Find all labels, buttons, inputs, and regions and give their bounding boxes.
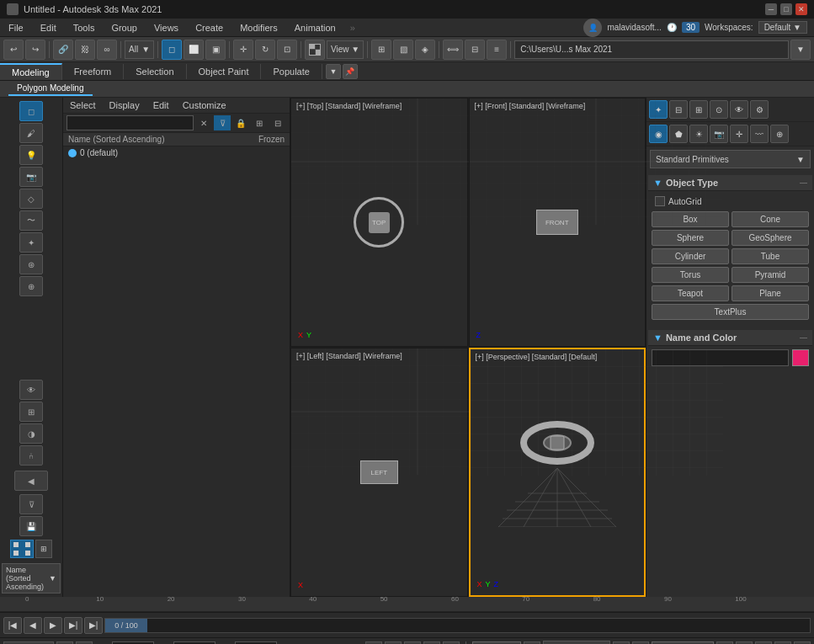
sidebar-eye-icon[interactable]: 👁 bbox=[19, 380, 43, 400]
notification-badge[interactable]: 30 bbox=[682, 22, 700, 33]
menu-views[interactable]: Views bbox=[146, 21, 187, 35]
obj-btn-cone[interactable]: Cone bbox=[732, 211, 809, 227]
menu-edit[interactable]: Edit bbox=[32, 21, 65, 35]
z-input[interactable] bbox=[235, 641, 277, 645]
explorer-search-input[interactable] bbox=[67, 115, 194, 130]
explorer-lock-btn[interactable]: 🔒 bbox=[232, 115, 249, 130]
timeline-slider[interactable]: 0 / 100 bbox=[105, 619, 147, 632]
panel-spacewarps-icon[interactable]: 〰 bbox=[750, 125, 769, 143]
obj-btn-textplus[interactable]: TextPlus bbox=[652, 304, 809, 320]
path-expand-button[interactable]: ▼ bbox=[790, 40, 811, 60]
move-button[interactable]: ✛ bbox=[233, 40, 253, 60]
sidebar-camera-icon[interactable]: 📷 bbox=[19, 167, 43, 187]
anim-lock-btn[interactable]: 🔒 bbox=[56, 641, 73, 645]
anim-more-btn[interactable]: ⊕ bbox=[794, 641, 811, 645]
set-key-icon[interactable]: 🔑 bbox=[524, 641, 540, 645]
name-color-header[interactable]: ▼ Name and Color — bbox=[648, 330, 812, 346]
workspace-dropdown[interactable]: Default ▼ bbox=[758, 21, 807, 34]
obj-btn-cylinder[interactable]: Cylinder bbox=[652, 248, 729, 264]
color-swatch[interactable] bbox=[792, 349, 809, 366]
y-input[interactable] bbox=[173, 641, 215, 645]
close-button[interactable]: ✕ bbox=[795, 3, 807, 15]
key-filter-search[interactable]: 🔍 bbox=[613, 641, 630, 645]
mirror-button[interactable]: ⟺ bbox=[443, 40, 463, 60]
minimize-button[interactable]: ─ bbox=[765, 3, 777, 15]
sidebar-save-icon[interactable]: 💾 bbox=[19, 516, 43, 536]
timeline-next-button[interactable]: ▶| bbox=[64, 617, 82, 634]
anim-play-btn[interactable]: ▶ bbox=[404, 641, 421, 645]
undo-button[interactable]: ↩ bbox=[3, 40, 24, 60]
sidebar-system-icon[interactable]: ⊕ bbox=[19, 276, 43, 296]
tab-pin-button[interactable]: 📌 bbox=[343, 64, 358, 79]
timeline-end-button[interactable]: ▶| bbox=[84, 617, 103, 634]
render-setup-button[interactable]: ⊞ bbox=[371, 40, 391, 60]
obj-btn-torus[interactable]: Torus bbox=[652, 267, 729, 283]
filter-dropdown[interactable]: All ▼ bbox=[125, 40, 154, 59]
sidebar-space-warp-icon[interactable]: ⊛ bbox=[19, 254, 43, 274]
explorer-clear-search[interactable]: ✕ bbox=[195, 115, 212, 130]
select-region-button[interactable]: ⬜ bbox=[184, 40, 204, 60]
key-prev-btn[interactable]: ◀ bbox=[716, 641, 733, 645]
link-button[interactable]: 🔗 bbox=[53, 40, 73, 60]
sidebar-filter-icon[interactable]: ⊽ bbox=[19, 494, 43, 514]
sidebar-paint-icon[interactable]: 🖌 bbox=[19, 123, 43, 143]
key-next-btn[interactable]: ▶ bbox=[736, 641, 753, 645]
tab-menu-button[interactable]: ▼ bbox=[326, 64, 341, 79]
explorer-menu-customize[interactable]: Customize bbox=[176, 98, 233, 113]
viewport-button[interactable] bbox=[305, 40, 325, 60]
select-button[interactable]: ◻ bbox=[162, 40, 182, 60]
tab-modeling[interactable]: Modeling bbox=[0, 63, 62, 80]
align-button[interactable]: ⊟ bbox=[465, 40, 485, 60]
quick-render-button[interactable]: ◈ bbox=[415, 40, 435, 60]
obj-btn-pyramid[interactable]: Pyramid bbox=[732, 267, 809, 283]
obj-btn-plane[interactable]: Plane bbox=[732, 285, 809, 301]
sidebar-wireframe-icon[interactable]: ⊞ bbox=[19, 402, 43, 422]
timeline-play-button[interactable]: ▶ bbox=[44, 617, 62, 634]
layer-dropdown[interactable]: Name (Sorted Ascending) ▼ bbox=[2, 563, 61, 593]
viewport-left[interactable]: [+] [Left] [Standard] [Wireframe] LEFT X bbox=[290, 348, 468, 597]
anim-next-btn[interactable]: ▶| bbox=[423, 641, 440, 645]
sidebar-geom-icon[interactable]: ◇ bbox=[19, 189, 43, 209]
anim-prev-btn[interactable]: ◀ bbox=[385, 641, 402, 645]
explorer-filter-btn[interactable]: ⊽ bbox=[214, 115, 231, 130]
menu-modifiers[interactable]: Modifiers bbox=[231, 21, 286, 35]
view-dropdown[interactable]: View ▼ bbox=[327, 40, 364, 59]
menu-tools[interactable]: Tools bbox=[65, 21, 104, 35]
render-frame-button[interactable]: ▧ bbox=[393, 40, 413, 60]
user-avatar[interactable]: 👤 bbox=[583, 19, 602, 37]
nav-path-field[interactable]: C:\Users\U...s Max 2021 bbox=[514, 40, 789, 59]
anim-end-btn[interactable]: ▶|| bbox=[443, 641, 460, 645]
layout-options-button[interactable]: ⊞ bbox=[35, 540, 52, 558]
obj-btn-teapot[interactable]: Teapot bbox=[652, 285, 729, 301]
timeline-start-button[interactable]: |◀ bbox=[3, 617, 22, 634]
viewport-perspective[interactable]: [+] [Perspective] [Standard] [Default] bbox=[469, 348, 646, 597]
anim-settings-btn[interactable]: ⚙ bbox=[774, 641, 791, 645]
layout-button[interactable] bbox=[10, 540, 34, 558]
panel-display-icon[interactable]: 👁 bbox=[730, 100, 748, 119]
sidebar-helper-icon[interactable]: ✦ bbox=[19, 232, 43, 253]
anim-options-btn[interactable]: ⊟ bbox=[755, 641, 772, 645]
auto-key-button[interactable]: Auto Key bbox=[472, 641, 522, 645]
select-window-button[interactable]: ▣ bbox=[205, 40, 226, 60]
menu-create[interactable]: Create bbox=[187, 21, 231, 35]
tab-freeform[interactable]: Freeform bbox=[62, 64, 125, 79]
sidebar-select-icon[interactable]: ◻ bbox=[19, 101, 43, 121]
x-input[interactable] bbox=[112, 641, 154, 645]
sidebar-modifier-icon[interactable]: ⑃ bbox=[19, 445, 43, 466]
obj-btn-tube[interactable]: Tube bbox=[732, 248, 809, 264]
panel-systems-icon[interactable]: ⊕ bbox=[770, 125, 789, 143]
explorer-menu-display[interactable]: Display bbox=[103, 98, 146, 113]
scale-button[interactable]: ⊡ bbox=[277, 40, 297, 60]
panel-utilities-icon[interactable]: ⚙ bbox=[750, 100, 769, 119]
rotate-button[interactable]: ↻ bbox=[255, 40, 275, 60]
anim-start-btn[interactable]: |◀ bbox=[365, 641, 382, 645]
menu-animation[interactable]: Animation bbox=[286, 21, 344, 35]
bind-space-warp[interactable]: ∞ bbox=[97, 40, 117, 60]
viewport-front[interactable]: [+] [Front] [Standard] [Wireframe] FRONT… bbox=[469, 98, 646, 347]
panel-helpers-icon[interactable]: ✛ bbox=[730, 125, 748, 143]
selected-dropdown[interactable]: Selected ▼ bbox=[543, 641, 610, 645]
tab-object-paint[interactable]: Object Paint bbox=[187, 64, 262, 79]
key-filter-btn1[interactable]: ⊡ bbox=[632, 641, 649, 645]
tab-populate[interactable]: Populate bbox=[261, 64, 322, 79]
sidebar-expand-button[interactable]: ◀ bbox=[14, 471, 48, 491]
